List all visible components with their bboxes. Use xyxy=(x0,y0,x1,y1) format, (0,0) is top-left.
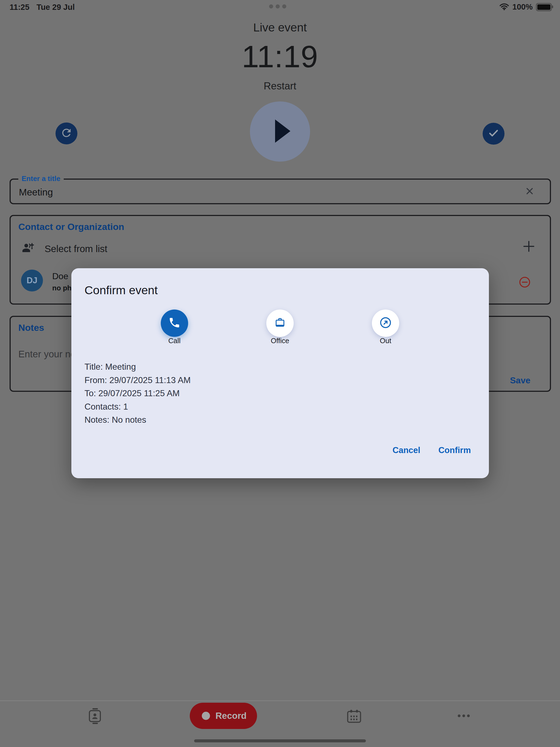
status-bar-right: 100% xyxy=(499,2,552,11)
event-type-call-button[interactable] xyxy=(161,310,188,337)
detail-notes: Notes: No notes xyxy=(84,413,190,427)
add-contact-button[interactable] xyxy=(523,240,535,253)
contact-avatar: DJ xyxy=(21,269,43,291)
contacts-icon xyxy=(88,708,102,724)
check-icon xyxy=(487,127,500,140)
detail-from: From: 29/07/2025 11:13 AM xyxy=(84,374,190,387)
page-title: Live event xyxy=(0,21,560,34)
cancel-button[interactable]: Cancel xyxy=(393,445,421,455)
home-indicator[interactable] xyxy=(194,739,366,742)
more-icon xyxy=(458,715,460,717)
restart-label: Restart xyxy=(0,80,560,92)
event-type-call-label: Call xyxy=(144,337,205,345)
status-bar-left: 11:25 Tue 29 Jul xyxy=(9,3,75,12)
remove-circle-icon xyxy=(519,276,531,288)
save-notes-button[interactable]: Save xyxy=(510,376,531,386)
tab-contacts[interactable] xyxy=(88,708,102,725)
briefcase-icon xyxy=(274,316,286,330)
status-date: Tue 29 Jul xyxy=(36,3,75,12)
event-details: Title: Meeting From: 29/07/2025 11:13 AM… xyxy=(84,360,190,427)
arrow-out-icon xyxy=(379,316,392,330)
contact-phone-note: no ph xyxy=(52,284,72,292)
event-type-out-button[interactable] xyxy=(372,310,399,337)
remove-contact-button[interactable] xyxy=(519,276,531,288)
event-type-office-button[interactable] xyxy=(266,310,294,337)
tab-calendar[interactable] xyxy=(347,710,361,724)
event-timer: 11:19 xyxy=(0,39,560,74)
restart-button[interactable] xyxy=(55,123,77,145)
confirm-button[interactable]: Confirm xyxy=(438,445,471,455)
play-icon xyxy=(250,101,310,162)
refresh-icon xyxy=(60,127,73,140)
contact-name: Doe xyxy=(52,271,68,281)
calendar-icon xyxy=(347,710,361,723)
tab-more[interactable] xyxy=(458,715,470,717)
select-from-list-button[interactable]: Select from list xyxy=(22,241,186,257)
finish-event-button[interactable] xyxy=(483,123,505,145)
battery-percent: 100% xyxy=(512,2,533,11)
record-dot xyxy=(202,712,210,720)
phone-icon xyxy=(168,316,181,330)
record-button[interactable]: Record xyxy=(190,703,257,729)
multitasking-dots-icon xyxy=(269,4,286,8)
play-button[interactable] xyxy=(250,101,310,162)
bottom-nav-divider xyxy=(0,700,560,701)
dialog-actions: Cancel Confirm xyxy=(393,445,471,455)
event-type-office-label: Office xyxy=(250,337,310,345)
battery-icon xyxy=(536,3,552,11)
event-type-out-label: Out xyxy=(355,337,416,345)
confirm-event-dialog: Confirm event Call Office xyxy=(71,268,489,478)
app-screen: 11:25 Tue 29 Jul 100% Live event 11:19 R… xyxy=(0,0,560,747)
detail-to: To: 29/07/2025 11:25 AM xyxy=(84,387,190,400)
title-field-value: Meeting xyxy=(19,187,53,198)
detail-title: Title: Meeting xyxy=(84,360,190,374)
select-from-list-label: Select from list xyxy=(45,243,107,254)
clear-title-button[interactable] xyxy=(525,187,534,196)
notes-input[interactable]: Enter your no xyxy=(18,349,76,360)
notes-section-header: Notes xyxy=(18,323,44,333)
person-add-icon xyxy=(22,242,35,256)
title-field-label: Enter a title xyxy=(18,175,64,183)
dialog-title: Confirm event xyxy=(84,284,158,297)
event-title-field[interactable]: Enter a title Meeting xyxy=(9,179,551,204)
plus-icon xyxy=(523,240,535,253)
wifi-icon xyxy=(499,3,509,11)
detail-contacts: Contacts: 1 xyxy=(84,400,190,413)
record-label: Record xyxy=(215,711,247,721)
contact-section-header: Contact or Organization xyxy=(18,222,124,232)
status-time: 11:25 xyxy=(9,3,29,12)
close-icon xyxy=(525,187,534,196)
